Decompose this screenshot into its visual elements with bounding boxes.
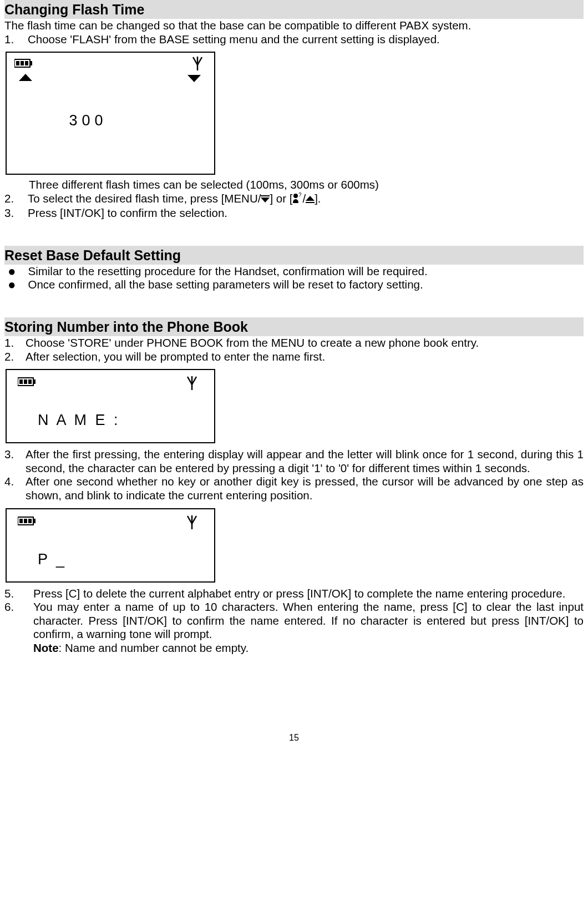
list-num: 3. [4, 448, 21, 475]
svg-marker-9 [187, 75, 201, 82]
antenna-icon [192, 55, 203, 72]
triangle-down-icon [187, 75, 201, 83]
note-label: Note [33, 641, 59, 654]
antenna-icon [186, 514, 197, 530]
svg-rect-27 [24, 519, 27, 523]
battery-icon [18, 516, 37, 526]
svg-text:?: ? [298, 193, 302, 198]
battery-icon [14, 58, 33, 68]
bullet-icon: ● [8, 278, 16, 292]
lcd-display-p: P _ [6, 508, 215, 583]
svg-rect-17 [33, 379, 36, 384]
svg-rect-15 [306, 202, 315, 203]
bullet-icon: ● [8, 265, 16, 279]
list-num: 1. [4, 336, 21, 350]
svg-rect-26 [19, 519, 23, 523]
section-header-flash: Changing Flash Time [4, 0, 584, 19]
section-header-reset: Reset Base Default Setting [4, 246, 584, 265]
antenna-icon [186, 374, 197, 391]
svg-rect-20 [28, 379, 32, 384]
triangle-up-icon [19, 74, 32, 82]
list-num: 6. [4, 600, 29, 655]
svg-rect-25 [33, 519, 36, 523]
svg-rect-10 [261, 195, 270, 196]
store-s3: After the first pressing, the entering d… [26, 448, 584, 475]
list-num: 3. [4, 206, 23, 220]
svg-rect-1 [30, 61, 32, 65]
svg-rect-28 [28, 519, 32, 523]
svg-rect-19 [24, 379, 27, 384]
store-s5: Press [C] to delete the current alphabet… [33, 587, 565, 601]
svg-rect-2 [16, 61, 19, 65]
flash-intro: The flash time can be changed so that th… [4, 19, 584, 33]
list-num: 5. [4, 587, 29, 601]
svg-rect-3 [21, 61, 24, 65]
store-s4: After one second whether no key or anoth… [26, 475, 584, 502]
lcd-display-name: N A M E : [6, 369, 215, 443]
phonebook-icon: ? [292, 193, 302, 207]
lcd-value: 300 [0, 112, 214, 129]
up-arrow-icon [306, 193, 315, 206]
lcd-name-text: N A M E : [38, 411, 120, 429]
store-s1: Choose 'STORE' under PHONE BOOK from the… [26, 336, 479, 350]
note-text: : Name and number cannot be empty. [59, 641, 249, 654]
store-s6: You may enter a name of up to 10 charact… [33, 600, 584, 655]
list-num: 2. [4, 350, 21, 364]
flash-step2: To select the desired flash time, press … [28, 192, 321, 206]
lcd-display-flash: 300 [6, 52, 215, 175]
svg-marker-14 [306, 196, 315, 201]
reset-b1: Similar to the resetting procedure for t… [28, 265, 428, 279]
svg-rect-18 [19, 379, 23, 384]
svg-point-12 [293, 194, 298, 198]
list-num: 4. [4, 475, 21, 502]
battery-icon [18, 377, 37, 387]
list-num: 2. [4, 192, 23, 206]
svg-rect-4 [25, 61, 28, 65]
flash-times-note: Three different flash times can be selec… [4, 178, 584, 192]
lcd-p-text: P _ [38, 550, 67, 568]
reset-b2: Once confirmed, all the base setting par… [28, 278, 423, 292]
store-s2: After selection, you will be prompted to… [26, 350, 325, 364]
section-header-store: Storing Number into the Phone Book [4, 317, 584, 336]
flash-step3: Press [INT/OK] to confirm the selection. [28, 206, 227, 220]
svg-marker-11 [261, 198, 270, 203]
menu-down-icon [261, 193, 270, 206]
list-num: 1. [4, 33, 23, 47]
flash-step1: Choose 'FLASH' from the BASE setting men… [28, 33, 440, 47]
page-number: 15 [4, 732, 584, 743]
svg-marker-8 [19, 74, 32, 81]
